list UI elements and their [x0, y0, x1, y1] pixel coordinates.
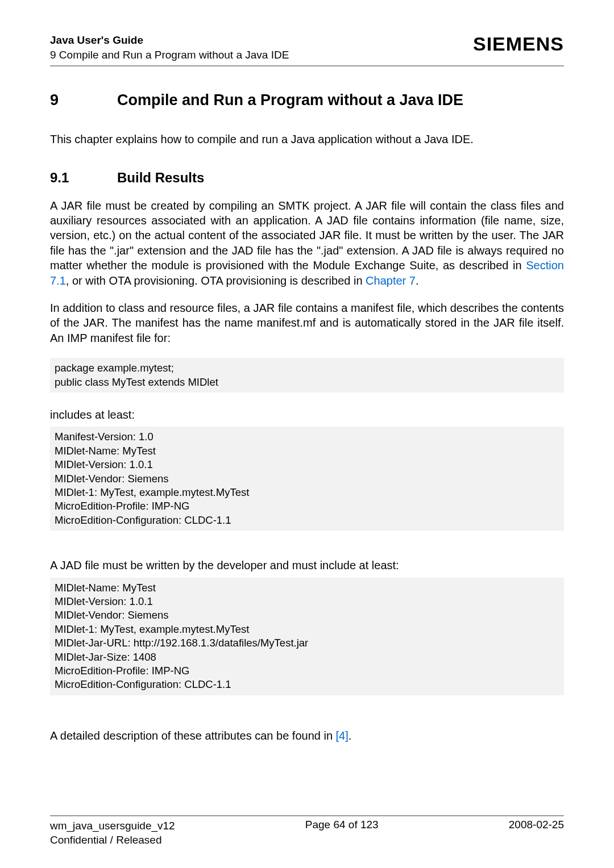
para1-a: A JAR file must be created by compiling …	[50, 199, 564, 272]
page-footer: wm_java_usersguide_v12 Confidential / Re…	[50, 815, 564, 848]
para-jad-desc: A JAD file must be written by the develo…	[50, 558, 564, 573]
section-9-1-heading: 9.1Build Results	[50, 170, 564, 186]
section-9-intro: This chapter explains how to compile and…	[50, 132, 564, 147]
header-left: Java User's Guide 9 Compile and Run a Pr…	[50, 33, 289, 62]
code-block-jad: MIDlet-Name: MyTest MIDlet-Version: 1.0.…	[50, 578, 564, 695]
doc-title: Java User's Guide	[50, 33, 289, 48]
footer-date: 2008-02-25	[509, 819, 564, 848]
para1-b: , or with OTA provisioning. OTA provisio…	[66, 274, 366, 287]
section-9-title: Compile and Run a Program without a Java…	[117, 91, 463, 108]
section-9-1-title: Build Results	[117, 170, 204, 185]
siemens-logo: SIEMENS	[473, 33, 564, 55]
section-9-number: 9	[50, 91, 117, 109]
para-attributes-ref: A detailed description of these attribut…	[50, 728, 564, 743]
footer-page: Page 64 of 123	[305, 819, 379, 848]
page-header: Java User's Guide 9 Compile and Run a Pr…	[50, 33, 564, 62]
para4-a: A detailed description of these attribut…	[50, 729, 336, 742]
para1-c: .	[416, 274, 419, 287]
footer-doc-id: wm_java_usersguide_v12	[50, 819, 175, 833]
footer-left: wm_java_usersguide_v12 Confidential / Re…	[50, 819, 175, 848]
header-divider	[50, 65, 564, 66]
para-manifest-desc: In addition to class and resource files,…	[50, 301, 564, 345]
link-ref-4[interactable]: [4]	[336, 729, 349, 742]
section-9-heading: 9Compile and Run a Program without a Jav…	[50, 91, 564, 109]
code-block-manifest: Manifest-Version: 1.0 MIDlet-Name: MyTes…	[50, 427, 564, 531]
doc-subtitle: 9 Compile and Run a Program without a Ja…	[50, 48, 289, 62]
footer-confidential: Confidential / Released	[50, 833, 175, 848]
para4-b: .	[349, 729, 352, 742]
includes-label: includes at least:	[50, 407, 564, 422]
section-9-1-number: 9.1	[50, 170, 117, 186]
para-jar-desc: A JAR file must be created by compiling …	[50, 198, 564, 288]
link-chapter-7[interactable]: Chapter 7	[366, 274, 416, 287]
code-block-package: package example.mytest; public class MyT…	[50, 358, 564, 393]
